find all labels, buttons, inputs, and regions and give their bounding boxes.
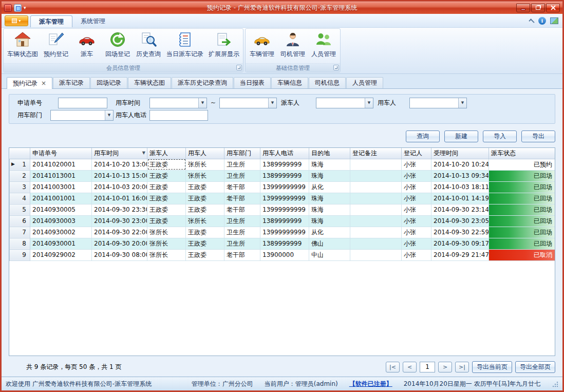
table-row[interactable]: 4201410010012014-10-01 16:00王政委王政委老干部139… [10,193,555,204]
table-row[interactable]: 7201409300022014-09-30 22:00张所长王政委卫生所139… [10,227,555,238]
cell[interactable] [350,204,402,215]
cell[interactable]: 珠海 [309,159,350,170]
dropdown-arrow-icon[interactable]: ▼ [458,98,466,108]
cell[interactable]: 老干部 [224,204,260,215]
cell[interactable]: 2014-09-30 22:00 [92,227,147,238]
cell[interactable]: 2014-09-30 23:30 [92,204,147,215]
export-current-page-button[interactable]: 导出当前页 [472,361,512,373]
use-time-from-combo[interactable]: ▼ [149,98,207,108]
dialog-launcher-icon[interactable] [333,65,339,70]
grid-column-header-7[interactable]: 登记备注 [350,148,402,159]
cell[interactable]: 2014-09-30 23:14 [431,204,489,215]
cell[interactable]: 小张 [402,193,431,204]
dropdown-arrow-icon[interactable]: ▼ [198,98,206,108]
grid-column-header-9[interactable]: 受理时间 [431,148,489,159]
table-row[interactable]: 3201410030012014-10-03 20:00王政委王政委老干部139… [10,181,555,193]
collapse-ribbon-icon[interactable] [529,18,534,24]
doc-tab-5[interactable]: 当日报表 [234,77,271,88]
cell[interactable]: 2014-10-01 16:00 [92,193,147,204]
cell[interactable] [350,249,402,260]
ribbon-button-1-1[interactable]: 司机管理 [277,29,308,63]
doc-tab-7[interactable]: 司机信息 [309,77,346,88]
cell[interactable]: 王政委 [186,249,224,260]
doc-tab-6[interactable]: 车辆信息 [271,77,308,88]
cell[interactable]: 老干部 [224,193,260,204]
cell[interactable]: 2014-09-30 23:05 [431,215,489,227]
dropdown-arrow-icon[interactable]: ▼ [105,110,113,120]
cell[interactable]: 王政委 [186,204,224,215]
cell[interactable]: 小张 [402,159,431,170]
cell[interactable]: 从化 [309,227,350,238]
cell[interactable]: 1389999999 [260,215,309,227]
request-no-input[interactable] [58,98,107,108]
cell[interactable]: 2014-10-13 15:00 [92,170,147,181]
user-combo[interactable]: ▼ [409,98,467,108]
prev-page-button[interactable]: < [403,362,417,372]
ribbon-button-0-2[interactable]: 派车 [71,29,102,63]
cell[interactable]: 小张 [402,170,431,181]
cell[interactable]: 佛山 [309,238,350,249]
cell[interactable]: 张所长 [147,238,186,249]
cell[interactable]: 2014-10-13 09:34 [431,170,489,181]
cell[interactable]: 20140930005 [30,204,92,215]
grid-column-header-3[interactable]: 用车人 [186,148,224,159]
phone-input[interactable] [149,110,208,121]
grid-column-header-5[interactable]: 用车人电话 [260,148,309,159]
cell[interactable]: 珠海 [309,204,350,215]
cell[interactable]: 张所长 [186,170,224,181]
table-row[interactable]: 2201410130012014-10-13 15:00王政委张所长卫生所138… [10,170,555,181]
minimize-button[interactable] [516,4,530,12]
app-icon[interactable] [4,4,12,12]
cell[interactable] [350,215,402,227]
cell[interactable]: 张所长 [147,249,186,260]
dispatch-status-cell[interactable]: 已回场 [489,193,555,204]
cell[interactable]: 2014-09-30 20:00 [92,238,147,249]
grid-column-header-0[interactable]: 申请单号 [30,148,92,159]
doc-tab-1[interactable]: 派车记录 [53,77,90,88]
next-page-button[interactable]: > [438,362,452,372]
titlebar[interactable]: ▾ 预约记录 - 广州爱奇迪软件科技有限公司-派车管理系统 [2,2,562,14]
use-time-to-combo[interactable]: ▼ [219,98,277,108]
grid-column-header-4[interactable]: 用车部门 [224,148,260,159]
resize-grip-icon[interactable] [552,381,558,387]
cell[interactable]: 王政委 [147,215,186,227]
cell[interactable]: 老干部 [224,181,260,193]
cell[interactable] [350,238,402,249]
new-button[interactable]: 新建 [444,130,478,142]
dialog-launcher-icon[interactable] [236,65,242,70]
cell[interactable]: 20141001001 [30,193,92,204]
cell[interactable]: 13900000 [260,249,309,260]
dispatch-status-cell[interactable]: 已回场 [489,181,555,193]
cell[interactable]: 王政委 [147,193,186,204]
cell[interactable]: 王政委 [186,238,224,249]
ribbon-button-1-0[interactable]: 车辆管理 [247,29,277,63]
cell[interactable]: 2014-09-29 21:47 [431,249,489,260]
cell[interactable]: 王政委 [147,170,186,181]
cell[interactable] [350,159,402,170]
ribbon-button-0-5[interactable]: 当日派车记录 [164,29,206,63]
cell[interactable]: 13999999999 [260,181,309,193]
cell[interactable]: 2014-10-03 18:11 [431,181,489,193]
grid-column-header-1[interactable]: 用车时间▼ [92,148,147,159]
cell[interactable]: 1389999999 [260,238,309,249]
doc-tab-0[interactable]: 预约记录× [7,77,52,89]
close-button[interactable] [546,4,560,12]
ribbon-button-0-1[interactable]: 预约登记 [41,29,71,63]
doc-tab-4[interactable]: 派车历史记录查询 [172,77,233,88]
cell[interactable]: 张所长 [147,227,186,238]
cell[interactable]: 20140929002 [30,249,92,260]
ribbon-button-1-2[interactable]: 人员管理 [308,29,339,63]
cell[interactable]: 从化 [309,181,350,193]
layout-icon[interactable] [14,4,22,12]
cell[interactable]: 1389999999 [260,159,309,170]
cell[interactable]: 王政委 [147,181,186,193]
grid-column-header-6[interactable]: 目的地 [309,148,350,159]
doc-tab-2[interactable]: 回场记录 [90,77,127,88]
import-button[interactable]: 导入 [483,130,517,142]
cell[interactable] [350,193,402,204]
cell[interactable]: 王政委 [186,227,224,238]
cell[interactable]: 小张 [402,181,431,193]
query-button[interactable]: 查询 [406,130,440,142]
grid-column-header-2[interactable]: 派车人 [147,148,186,159]
dept-combo[interactable]: ▼ [50,110,114,121]
